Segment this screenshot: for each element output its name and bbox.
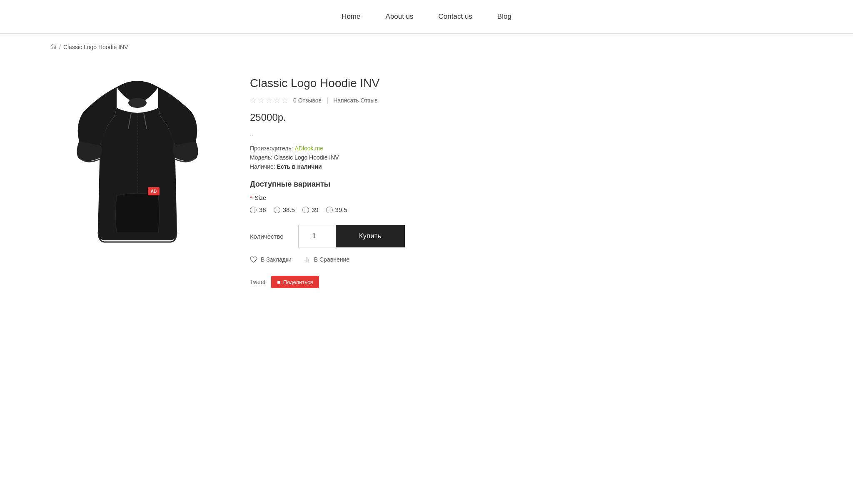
- size-required: *: [250, 195, 252, 201]
- stock-value: Есть в наличии: [277, 163, 322, 170]
- heart-icon: [250, 256, 257, 263]
- compare-label: В Сравнение: [314, 256, 349, 263]
- size-label-text: Size: [254, 195, 266, 201]
- size-option-39[interactable]: 39: [302, 206, 319, 213]
- meta-stock: Наличие: Есть в наличии: [250, 163, 803, 170]
- rating-row: ☆ ☆ ☆ ☆ ☆ 0 Отзывов | Написать Отзыв: [250, 96, 803, 105]
- qty-label: Количество: [250, 233, 292, 240]
- variants-title: Доступные варианты: [250, 180, 803, 189]
- product-description: ..: [250, 131, 803, 137]
- nav-home[interactable]: Home: [342, 12, 360, 21]
- share-button[interactable]: ■ Поделиться: [271, 276, 319, 288]
- breadcrumb-home-icon[interactable]: [50, 43, 57, 51]
- product-details: Classic Logo Hoodie INV ☆ ☆ ☆ ☆ ☆ 0 Отзы…: [250, 72, 803, 288]
- star-3[interactable]: ☆: [266, 96, 272, 105]
- header: Home About us Contact us Blog: [0, 0, 853, 34]
- wishlist-label: В Закладки: [261, 256, 292, 263]
- product-meta: Производитель: ADlook.me Модель: Classic…: [250, 145, 803, 170]
- size-radio-39[interactable]: [302, 207, 309, 213]
- svg-point-0: [128, 98, 147, 108]
- product-image-area: AD: [50, 72, 225, 252]
- stock-label: Наличие:: [250, 163, 275, 170]
- manufacturer-label: Производитель:: [250, 145, 293, 152]
- compare-icon: [303, 256, 311, 263]
- size-option-38[interactable]: 38: [250, 206, 266, 213]
- product-image-svg: AD: [67, 75, 208, 250]
- size-radio-395[interactable]: [326, 207, 333, 213]
- size-option-395[interactable]: 39.5: [326, 206, 347, 213]
- star-4[interactable]: ☆: [274, 96, 280, 105]
- quantity-input[interactable]: [298, 225, 336, 247]
- product-page: AD Classic Logo Hoodie INV ☆ ☆ ☆ ☆ ☆ 0 О…: [0, 60, 853, 313]
- size-value-395: 39.5: [335, 206, 347, 213]
- product-title: Classic Logo Hoodie INV: [250, 77, 803, 90]
- meta-manufacturer: Производитель: ADlook.me: [250, 145, 803, 152]
- share-label: Поделиться: [283, 279, 313, 285]
- size-value-385: 38.5: [283, 206, 295, 213]
- meta-model: Модель: Classic Logo Hoodie INV: [250, 154, 803, 161]
- star-1[interactable]: ☆: [250, 96, 257, 105]
- size-value-38: 38: [259, 206, 266, 213]
- size-value-39: 39: [312, 206, 319, 213]
- tweet-button[interactable]: Tweet: [250, 279, 265, 285]
- manufacturer-value: ADlook.me: [294, 145, 323, 152]
- model-label: Модель:: [250, 154, 272, 161]
- action-links: В Закладки В Сравнение: [250, 256, 803, 263]
- main-nav: Home About us Contact us Blog: [342, 12, 511, 21]
- share-row: Tweet ■ Поделиться: [250, 276, 803, 288]
- size-options: 38 38.5 39 39.5: [250, 206, 803, 213]
- product-price: 25000р.: [250, 112, 803, 123]
- breadcrumb-separator: /: [59, 44, 61, 50]
- size-radio-385[interactable]: [274, 207, 280, 213]
- share-icon: ■: [277, 279, 280, 285]
- wishlist-link[interactable]: В Закладки: [250, 256, 292, 263]
- compare-link[interactable]: В Сравнение: [303, 256, 349, 263]
- reviews-count: 0 Отзывов: [293, 97, 322, 104]
- variants-section: Доступные варианты * Size 38 38.5 39: [250, 180, 803, 213]
- star-2[interactable]: ☆: [258, 96, 264, 105]
- breadcrumb: / Classic Logo Hoodie INV: [0, 34, 853, 60]
- reviews-separator: |: [327, 97, 328, 104]
- model-value: Classic Logo Hoodie INV: [274, 154, 339, 161]
- add-to-cart-row: Количество Купить: [250, 225, 803, 247]
- nav-about[interactable]: About us: [385, 12, 413, 21]
- svg-text:AD: AD: [151, 189, 157, 194]
- size-option-385[interactable]: 38.5: [274, 206, 295, 213]
- star-5[interactable]: ☆: [282, 96, 288, 105]
- breadcrumb-current: Classic Logo Hoodie INV: [63, 44, 128, 50]
- nav-blog[interactable]: Blog: [497, 12, 511, 21]
- size-label-row: * Size: [250, 195, 803, 201]
- size-radio-38[interactable]: [250, 207, 257, 213]
- buy-button[interactable]: Купить: [336, 225, 405, 247]
- star-rating[interactable]: ☆ ☆ ☆ ☆ ☆: [250, 96, 288, 105]
- product-image: AD: [62, 72, 212, 252]
- write-review-link[interactable]: Написать Отзыв: [333, 97, 378, 104]
- nav-contact[interactable]: Contact us: [439, 12, 472, 21]
